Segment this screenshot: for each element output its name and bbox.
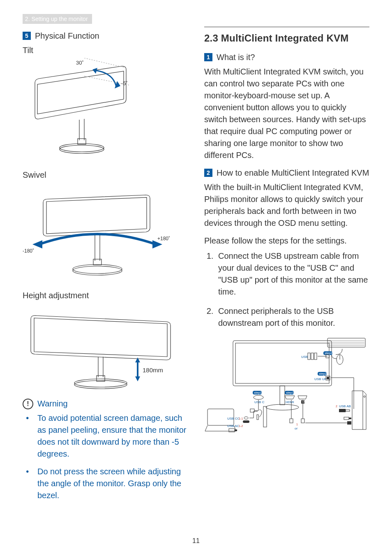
step-number-5: 5 — [23, 32, 31, 40]
svg-rect-74 — [347, 421, 351, 425]
height-range: 180mm — [143, 367, 163, 374]
svg-rect-77 — [257, 415, 258, 420]
svg-point-44 — [254, 395, 263, 399]
warning-icon: ! — [23, 399, 33, 409]
svg-rect-41 — [327, 377, 329, 379]
svg-rect-58 — [243, 420, 249, 423]
physical-function-heading: 5 Physical Function — [23, 30, 188, 42]
svg-rect-7 — [93, 259, 101, 265]
swivel-figure: -180˚ +180˚ — [23, 183, 188, 281]
svg-text:step2: step2 — [319, 372, 327, 376]
svg-point-21 — [266, 404, 299, 410]
physical-function-label: Physical Function — [35, 30, 99, 42]
connection-diagram: step2 USB step2 USB UP — [204, 337, 369, 435]
svg-text:step1: step1 — [254, 391, 262, 395]
section-title: 2.3 MultiClient Integrated KVM — [204, 27, 369, 46]
svg-point-8 — [73, 266, 122, 275]
step-number-1: 1 — [204, 53, 212, 61]
svg-point-1 — [60, 145, 104, 153]
svg-rect-78 — [263, 406, 267, 427]
svg-text:1-2: 1-2 — [239, 425, 243, 427]
height-label: Height adjustment — [23, 290, 188, 302]
tilt-figure: 30˚ -5˚ — [23, 58, 188, 161]
warning-item: To avoid potential screen damage, such a… — [36, 412, 188, 460]
svg-rect-76 — [349, 418, 351, 419]
step-number-2: 2 — [204, 169, 212, 177]
how-to-enable-label: How to enable MultiClient Integrated KVM — [217, 167, 369, 179]
svg-rect-32 — [308, 353, 310, 360]
warning-label: Warning — [37, 398, 68, 410]
page-number: 11 — [0, 536, 392, 545]
kvm-enable-paragraph: With the built-in MultiClient Integrated… — [204, 181, 369, 229]
svg-text:USB C: USB C — [254, 400, 265, 404]
steps-list: Connect the USB upstream cable from your… — [204, 250, 369, 329]
swivel-label: Swivel — [23, 169, 188, 181]
svg-text:D: D — [302, 400, 304, 404]
svg-marker-17 — [135, 376, 140, 381]
height-figure: 180mm — [23, 303, 188, 390]
svg-rect-62 — [235, 429, 237, 431]
svg-marker-16 — [135, 357, 140, 362]
svg-rect-61 — [229, 429, 235, 432]
left-column: 5 Physical Function Tilt — [23, 27, 188, 507]
svg-rect-53 — [301, 419, 304, 423]
what-is-it-label: What is it? — [217, 51, 255, 63]
warning-list: To avoid potential screen damage, such a… — [23, 412, 188, 501]
svg-text:HDMI: HDMI — [286, 400, 294, 404]
svg-rect-34 — [314, 353, 317, 360]
svg-text:USB UP: USB UP — [314, 377, 327, 381]
right-column: 2.3 MultiClient Integrated KVM 1 What is… — [204, 27, 369, 507]
svg-text:step1: step1 — [286, 391, 294, 395]
svg-text:2: 2 — [336, 405, 337, 408]
svg-marker-10 — [32, 240, 42, 248]
tilt-angle-up: 30˚ — [76, 60, 84, 66]
warning-item: Do not press the screen while adjusting … — [36, 466, 188, 501]
svg-rect-52 — [290, 419, 293, 423]
svg-text:USB: USB — [301, 355, 308, 359]
tilt-label: Tilt — [23, 44, 188, 56]
svg-point-57 — [244, 417, 248, 419]
svg-text:USB AB: USB AB — [339, 404, 351, 408]
what-is-it-heading: 1 What is it? — [204, 51, 369, 63]
svg-rect-71 — [339, 409, 346, 412]
kvm-intro-paragraph: With MultiClient Integrated KVM switch, … — [204, 66, 369, 161]
swivel-right: +180˚ — [157, 236, 170, 241]
svg-marker-11 — [152, 240, 162, 248]
svg-rect-22 — [327, 338, 365, 347]
step-item: Connect the USB upstream cable from your… — [216, 250, 369, 298]
svg-text:USB CC: USB CC — [227, 417, 240, 420]
tilt-angle-down: -5˚ — [121, 80, 128, 86]
how-to-enable-heading: 2 How to enable MultiClient Integrated K… — [204, 167, 369, 179]
svg-rect-75 — [344, 417, 349, 420]
follow-steps-label: Please follow the steps for the settings… — [204, 235, 369, 247]
svg-rect-33 — [311, 353, 314, 360]
svg-rect-72 — [346, 410, 350, 411]
svg-rect-20 — [280, 386, 285, 405]
svg-text:or: or — [295, 427, 297, 430]
svg-point-9 — [73, 265, 122, 274]
svg-text:USB AC: USB AC — [227, 424, 240, 428]
svg-point-66 — [364, 396, 365, 397]
warning-heading: ! Warning — [23, 398, 188, 410]
swivel-left: -180˚ — [23, 248, 34, 254]
svg-text:1: 1 — [296, 423, 298, 426]
step-item: Connect peripherals to the USB downstrea… — [216, 305, 369, 329]
svg-point-2 — [60, 144, 104, 152]
svg-point-14 — [74, 379, 127, 387]
breadcrumb: 2. Setting up the monitor — [23, 14, 92, 24]
svg-point-13 — [74, 381, 127, 389]
svg-text:1-1: 1-1 — [239, 417, 243, 420]
